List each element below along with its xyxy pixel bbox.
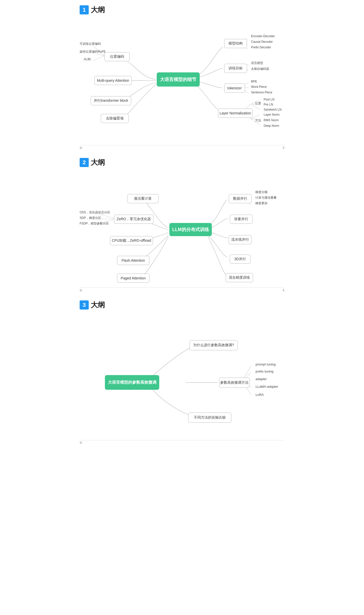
text-fsdp: FSDP，模型参数分区: [80, 221, 109, 226]
text-gradient-bucket: 梯度分桶: [255, 190, 267, 194]
section-1: 1 大纲: [80, 5, 284, 150]
center-node-1: 大语言模型的细节: [157, 72, 200, 87]
node-finetune-methods: 参数高效微调方法: [219, 378, 249, 388]
node-cpu-offload: CPU卸载，ZeRO-offload: [110, 236, 153, 245]
section-2: 2 大纲: [80, 158, 284, 293]
node-tokenizer: tokenizer: [224, 84, 245, 93]
node-training-objective: 训练目标: [224, 64, 247, 73]
node-multiquery: Multi-query Attention: [94, 76, 132, 85]
node-comparison: 不同方法的实验比较: [188, 413, 231, 423]
node-flash-attention: Flash Attention: [117, 256, 149, 265]
text-rope: 旋转位置编码RoPE: [80, 50, 106, 54]
text-lora: LoRA: [256, 393, 264, 397]
footer-icon-2: ⊞: [80, 289, 82, 292]
text-rms-norm: RMS Norm: [264, 118, 279, 122]
node-position-encoding: 位置编码: [104, 52, 130, 61]
section-2-header: 2 大纲: [80, 158, 284, 167]
text-trainable-pos: 可训练位置编码: [80, 42, 101, 46]
node-activation-recompute: 激活重计算: [127, 194, 158, 203]
text-deep-norm: Deep Norm: [264, 124, 279, 128]
footer-icon-3: ⊞: [80, 441, 82, 444]
text-prefix-tuning: prefix tuning: [256, 370, 274, 373]
node-mixed-precision: 混合精度训练: [226, 273, 253, 282]
node-pipeline-parallel: 流水线并行: [229, 235, 252, 244]
text-alibi: ALiBi: [84, 57, 91, 61]
text-compute-comm: 计算与通信重叠: [255, 196, 277, 200]
svg-line-2: [93, 56, 104, 61]
page-num-1: 3: [283, 146, 284, 150]
text-encoder-decoder: Encoder-Decoder: [251, 34, 275, 38]
mindmap-2: LLM的分布式训练 激活重计算 ZeRO，零冗余优化器 OSS，优化器状态分区 …: [80, 172, 284, 286]
text-prompt-tuning: prompt tuning: [256, 362, 276, 366]
node-parallel-transformer: 并行transformer block: [91, 96, 131, 105]
section-3-number: 3: [80, 300, 89, 310]
mindmap-3: 大语言模型的参数高效微调 为什么进行参数高效微调? 参数高效微调方法 promp…: [80, 315, 284, 439]
node-data-parallel: 数据并行: [229, 194, 252, 203]
text-position-label: 位置: [255, 101, 261, 106]
text-adapter: adapter: [256, 377, 267, 381]
section-3-header: 3 大纲: [80, 300, 284, 310]
node-paged-attention: Paged Attention: [117, 274, 149, 283]
node-layer-norm: Layer Normalization: [218, 109, 253, 118]
text-bpe: BPE: [251, 80, 257, 83]
text-sdp: SDP，梯度分区: [80, 216, 101, 220]
footer-icon-1: ⊞: [80, 146, 82, 150]
page-num-2: 4: [283, 288, 284, 292]
text-language-model: 语言模型: [251, 61, 263, 65]
section-3-footer: ⊞: [80, 440, 284, 445]
text-wordpiece: Word Piece: [251, 85, 267, 89]
node-zero: ZeRO，零冗余优化器: [114, 215, 153, 224]
node-model-structure: 模型结构: [224, 39, 247, 48]
section-1-header: 1 大纲: [80, 5, 284, 15]
text-pre-ln: Pre LN: [264, 103, 273, 106]
text-prefix-decoder: Prefix Decoder: [251, 46, 271, 49]
mindmap-1: 大语言模型的细节 位置编码 可训练位置编码 旋转位置编码RoPE ALiBi M…: [80, 20, 284, 144]
section-1-title: 大纲: [91, 5, 105, 15]
text-causal-decoder: Causal Decoder: [251, 40, 273, 44]
node-tensor-parallel: 张量并行: [230, 215, 253, 224]
text-sentencepiece: Sentence Piece: [251, 91, 272, 94]
section-3: 3 大纲 大语言模型的参数高效微调 为什么进行参数高效微调? 参数高效微调方法 …: [80, 300, 284, 445]
section-1-footer: ⊞ 3: [80, 145, 284, 150]
text-llama-adapter: LLaMA-adapter: [256, 385, 278, 388]
text-oss: OSS，优化器状态分区: [80, 210, 110, 215]
section-1-number: 1: [80, 5, 89, 14]
center-node-2: LLM的分布式训练: [169, 223, 212, 236]
text-sandwich-ln: Sandwich LN: [264, 108, 282, 111]
text-layer-norm-method: Layer Norm: [264, 113, 280, 116]
text-gradient-accum: 梯度累加: [255, 201, 267, 206]
section-2-footer: ⊞ 4: [80, 288, 284, 293]
text-denoising: 去噪自编码器: [251, 67, 269, 71]
node-why-finetune: 为什么进行参数高效微调?: [190, 340, 238, 350]
section-2-number: 2: [80, 158, 89, 167]
text-post-ln: Post LN: [264, 98, 275, 101]
center-node-3: 大语言模型的参数高效微调: [105, 375, 159, 390]
section-3-title: 大纲: [91, 300, 105, 310]
section-2-title: 大纲: [91, 158, 105, 167]
text-method-label: 方法: [255, 118, 261, 123]
node-3d-parallel: 3D并行: [230, 255, 251, 264]
node-remove-bias: 去除偏置项: [101, 114, 129, 123]
